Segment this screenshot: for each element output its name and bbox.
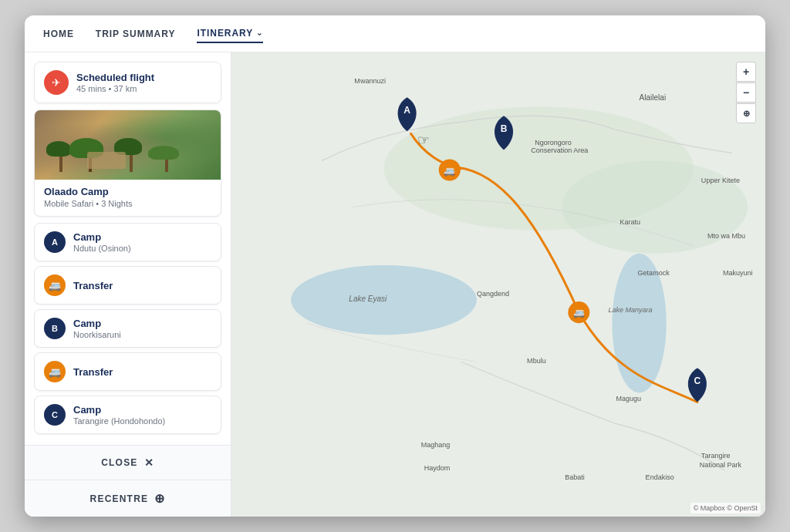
svg-text:C: C bbox=[694, 375, 701, 386]
zoom-in-button[interactable]: + bbox=[736, 62, 756, 82]
camp-c-label: Camp bbox=[73, 404, 165, 416]
zoom-reset-button[interactable]: ⊕ bbox=[736, 103, 756, 123]
itinerary-item-camp-c[interactable]: C Camp Tarangire (Hondohondo) bbox=[34, 396, 221, 434]
close-button[interactable]: CLOSE ✕ bbox=[25, 446, 231, 480]
camp-highlight-body: Olaado Camp Mobile Safari • 3 Nights bbox=[35, 180, 221, 216]
svg-text:A: A bbox=[403, 105, 410, 116]
map-container[interactable]: Alailelai Ngorongoro Conservation Area U… bbox=[231, 52, 765, 517]
close-icon: ✕ bbox=[144, 456, 154, 469]
flight-sub: 45 mins • 37 km bbox=[76, 84, 154, 93]
svg-text:☞: ☞ bbox=[417, 133, 430, 148]
map-svg: Alailelai Ngorongoro Conservation Area U… bbox=[231, 52, 765, 517]
svg-text:Mbulu: Mbulu bbox=[527, 357, 546, 365]
recentre-label: RECENTRE bbox=[90, 493, 149, 504]
svg-text:Magugu: Magugu bbox=[616, 395, 642, 402]
recentre-button[interactable]: RECENTRE ⊕ bbox=[25, 480, 231, 517]
marker-a: A bbox=[44, 231, 66, 253]
svg-text:Getamock: Getamock bbox=[638, 269, 670, 277]
camp-a-label: Camp bbox=[73, 231, 131, 243]
browser-window: HOME TRIP SUMMARY ITINERARY ⌄ ✈ Schedule… bbox=[25, 15, 765, 517]
sidebar-footer: CLOSE ✕ RECENTRE ⊕ bbox=[25, 445, 231, 517]
itinerary-item-camp-a[interactable]: A Camp Ndutu (Osinon) bbox=[34, 223, 221, 261]
svg-text:Conservation Area: Conservation Area bbox=[531, 146, 589, 154]
map-attribution: © Mapbox © OpenSt bbox=[690, 503, 761, 513]
main-content: ✈ Scheduled flight 45 mins • 37 km bbox=[25, 52, 765, 517]
svg-text:Karatu: Karatu bbox=[620, 218, 641, 226]
flight-info: Scheduled flight 45 mins • 37 km bbox=[76, 72, 154, 93]
camp-highlight-card[interactable]: Olaado Camp Mobile Safari • 3 Nights bbox=[34, 109, 221, 217]
sidebar: ✈ Scheduled flight 45 mins • 37 km bbox=[25, 52, 231, 517]
svg-text:Qangdend: Qangdend bbox=[477, 290, 509, 298]
nav-itinerary[interactable]: ITINERARY ⌄ bbox=[197, 25, 263, 43]
svg-text:Lake Eyasi: Lake Eyasi bbox=[349, 295, 387, 303]
zoom-controls: + − ⊕ bbox=[736, 62, 756, 123]
camp-c-sub: Tarangire (Hondohondo) bbox=[73, 416, 165, 426]
svg-text:Makuyuni: Makuyuni bbox=[723, 269, 753, 277]
svg-text:Babati: Babati bbox=[565, 473, 585, 481]
camp-highlight-image bbox=[35, 110, 221, 180]
svg-text:Mwannuzi: Mwannuzi bbox=[354, 77, 386, 85]
itinerary-item-transfer-1[interactable]: 🚐 Transfer bbox=[34, 266, 221, 305]
camp-b-sub: Noorkisaruni bbox=[73, 330, 121, 339]
svg-text:Endakiso: Endakiso bbox=[646, 473, 674, 481]
svg-text:Lake Manyara: Lake Manyara bbox=[608, 306, 652, 314]
nav-home[interactable]: HOME bbox=[43, 25, 74, 42]
camp-a-info: Camp Ndutu (Osinon) bbox=[73, 231, 131, 253]
flight-card[interactable]: ✈ Scheduled flight 45 mins • 37 km bbox=[34, 62, 221, 103]
svg-text:Upper Kitete: Upper Kitete bbox=[701, 177, 740, 184]
svg-text:🚐: 🚐 bbox=[444, 165, 456, 177]
marker-c: C bbox=[44, 404, 66, 426]
svg-text:Maghang: Maghang bbox=[421, 441, 451, 449]
flight-title: Scheduled flight bbox=[76, 72, 154, 83]
transfer-2-marker: 🚐 bbox=[44, 361, 66, 382]
svg-text:National Park: National Park bbox=[700, 461, 742, 469]
svg-text:Ngorongoro: Ngorongoro bbox=[535, 139, 572, 146]
svg-text:B: B bbox=[501, 123, 508, 134]
transfer-1-info: Transfer bbox=[73, 280, 113, 291]
itinerary-item-camp-b[interactable]: B Camp Noorkisaruni bbox=[34, 309, 221, 348]
camp-a-sub: Ndutu (Osinon) bbox=[73, 244, 131, 253]
svg-text:Haydom: Haydom bbox=[424, 464, 451, 472]
svg-text:Mto wa Mbu: Mto wa Mbu bbox=[707, 232, 745, 240]
svg-text:Alailelai: Alailelai bbox=[640, 93, 667, 102]
camp-b-info: Camp Noorkisaruni bbox=[73, 318, 121, 339]
transfer-2-info: Transfer bbox=[73, 366, 113, 378]
flight-icon: ✈ bbox=[44, 70, 69, 95]
nav-trip-summary[interactable]: TRIP SUMMARY bbox=[96, 25, 176, 42]
camp-c-info: Camp Tarangire (Hondohondo) bbox=[73, 404, 165, 426]
chevron-down-icon: ⌄ bbox=[256, 29, 263, 37]
transfer-1-label: Transfer bbox=[73, 280, 113, 291]
recentre-icon: ⊕ bbox=[154, 491, 165, 506]
camp-b-label: Camp bbox=[73, 318, 121, 329]
nav-bar: HOME TRIP SUMMARY ITINERARY ⌄ bbox=[25, 15, 765, 52]
transfer-1-marker: 🚐 bbox=[44, 274, 66, 296]
transfer-2-label: Transfer bbox=[73, 366, 113, 378]
sidebar-scroll: ✈ Scheduled flight 45 mins • 37 km bbox=[25, 52, 231, 445]
svg-text:🚐: 🚐 bbox=[573, 307, 586, 318]
camp-highlight-title: Olaado Camp bbox=[44, 186, 211, 197]
marker-b: B bbox=[44, 318, 66, 339]
close-label: CLOSE bbox=[101, 457, 137, 468]
itinerary-item-transfer-2[interactable]: 🚐 Transfer bbox=[34, 352, 221, 391]
svg-text:Tarangire: Tarangire bbox=[701, 452, 731, 460]
zoom-out-button[interactable]: − bbox=[736, 82, 756, 103]
camp-highlight-sub: Mobile Safari • 3 Nights bbox=[44, 199, 211, 208]
